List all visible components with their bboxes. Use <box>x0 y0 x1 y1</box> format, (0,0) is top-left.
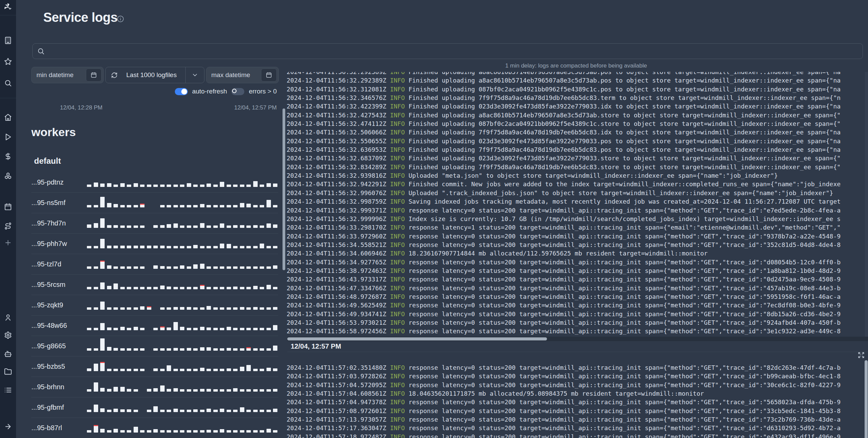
activity-bar-slot <box>107 286 111 289</box>
worker-row[interactable]: ...95-g8665 <box>31 336 278 356</box>
scrollbar-thumb[interactable] <box>865 360 868 438</box>
activity-bar <box>240 348 244 351</box>
log-level: INFO <box>390 327 405 335</box>
worker-row[interactable]: ...95-gfbmf <box>31 397 278 418</box>
activity-bar <box>173 388 178 392</box>
activity-bar <box>200 410 204 412</box>
activity-bar-slot <box>200 430 204 433</box>
worker-row[interactable]: ...95-brhnn <box>31 377 278 397</box>
folder-icon[interactable] <box>4 368 12 376</box>
activity-bar-slot <box>127 246 131 248</box>
user-icon[interactable] <box>4 313 12 321</box>
activity-bar <box>127 430 131 433</box>
scrollbar-thumb[interactable] <box>287 337 547 340</box>
errors-toggle[interactable] <box>231 88 244 95</box>
activity-bar-slot <box>260 430 264 433</box>
activity-bar-slot <box>267 266 271 269</box>
expand-icon[interactable] <box>858 352 865 359</box>
worker-row[interactable]: ...95-pdtnz <box>31 172 278 193</box>
activity-bar <box>180 265 184 269</box>
log-line: 2024-12-04T11:56:32.550655Z INFO Finishe… <box>287 137 865 145</box>
robot-icon[interactable] <box>4 350 12 358</box>
worker-row[interactable]: ...95-b87rl <box>31 418 278 438</box>
search-icon[interactable] <box>4 79 12 87</box>
log-level: INFO <box>390 103 405 110</box>
log-timestamp: 2024-12-04T11:56:32.474112Z <box>287 120 390 127</box>
activity-bar-slot <box>113 387 118 392</box>
activity-bar-slot <box>213 389 218 392</box>
activity-bar-slot <box>267 328 271 330</box>
activity-bar <box>240 246 244 248</box>
activity-bar <box>113 266 118 269</box>
activity-bar <box>100 184 105 187</box>
search-input[interactable] <box>48 47 858 55</box>
max-datetime-input[interactable]: max datetime <box>206 67 279 83</box>
activity-bar-slot <box>147 246 151 248</box>
log-level: INFO <box>390 398 405 406</box>
worker-row[interactable]: ...95-zqkt9 <box>31 295 278 316</box>
log-timestamp: 2024-12-04T11:56:34.927765Z <box>287 259 390 266</box>
home-icon[interactable] <box>4 114 12 121</box>
activity-bar-slot <box>267 200 271 207</box>
activity-bar-slot <box>107 246 111 248</box>
activity-bar <box>113 185 118 187</box>
log-timestamp: 2024-12-04T11:56:33.298170Z <box>287 224 390 231</box>
log-line: 2024-12-04T11:56:32.999996Z INFO Index s… <box>287 215 865 223</box>
activity-bar-slot <box>94 348 98 351</box>
logfiles-select-button[interactable]: Last 1000 logfiles <box>105 67 204 83</box>
chevron-down-icon[interactable] <box>192 72 198 78</box>
calendar-icon[interactable] <box>4 203 12 211</box>
log-viewer-top-scrollbar[interactable] <box>865 72 868 337</box>
dollar-sign-icon[interactable] <box>4 152 12 160</box>
worker-row[interactable]: ...95-ns5mf <box>31 193 278 213</box>
activity-bar-slot <box>273 184 277 187</box>
refresh-icon <box>111 72 118 78</box>
list-icon[interactable] <box>4 386 12 394</box>
activity-bar-slot <box>200 347 204 351</box>
activity-bar-slot <box>180 246 184 248</box>
activity-bar-slot <box>213 348 218 351</box>
log-level: INFO <box>390 293 405 300</box>
activity-bar <box>180 369 184 371</box>
activity-bar-slot <box>187 430 191 433</box>
activity-bar-slot <box>233 287 238 289</box>
windmill-logo-icon[interactable] <box>3 2 13 12</box>
activity-bar-slot <box>246 204 251 207</box>
activity-bar <box>260 244 264 248</box>
worker-row[interactable]: ...95-7hd7n <box>31 213 278 234</box>
min-datetime-calendar-button[interactable] <box>86 69 102 82</box>
plus-icon[interactable] <box>4 239 12 247</box>
worker-row[interactable]: ...95-48w66 <box>31 316 278 336</box>
activity-bar-slot <box>213 369 218 371</box>
activity-bar <box>153 328 158 330</box>
worker-row[interactable]: ...95-bzbs5 <box>31 356 278 377</box>
building-icon[interactable] <box>4 36 12 44</box>
log-timestamp: 2024-12-04T11:56:32.999371Z <box>287 207 390 214</box>
activity-bar-slot <box>213 205 218 207</box>
min-datetime-input[interactable]: min datetime <box>31 67 104 83</box>
worker-row[interactable]: ...95-phh7w <box>31 234 278 254</box>
cubes-icon[interactable] <box>4 172 12 180</box>
activity-bar <box>94 348 98 351</box>
activity-bar <box>127 328 131 330</box>
worker-row[interactable]: ...95-5rcsm <box>31 275 278 295</box>
activity-bar-slot <box>160 185 165 187</box>
activity-bar-slot <box>180 348 184 351</box>
info-icon[interactable] <box>117 15 124 23</box>
activity-bar-slot <box>87 185 91 187</box>
activity-bar <box>260 348 264 351</box>
route-icon[interactable] <box>4 222 12 230</box>
arrow-right-icon[interactable] <box>4 423 12 430</box>
worker-name: ...95-gfbmf <box>31 404 87 411</box>
activity-bar <box>220 182 224 187</box>
auto-refresh-toggle[interactable] <box>175 88 188 95</box>
scrollbar-thumb[interactable] <box>283 108 285 270</box>
star-icon[interactable] <box>4 58 12 65</box>
activity-bar <box>167 430 171 433</box>
play-icon[interactable] <box>4 133 12 141</box>
max-datetime-calendar-button[interactable] <box>261 69 277 82</box>
activity-bar <box>127 205 131 207</box>
settings-icon[interactable] <box>4 331 12 339</box>
activity-bar-slot <box>127 348 131 351</box>
worker-row[interactable]: ...95-tzl7d <box>31 254 278 275</box>
